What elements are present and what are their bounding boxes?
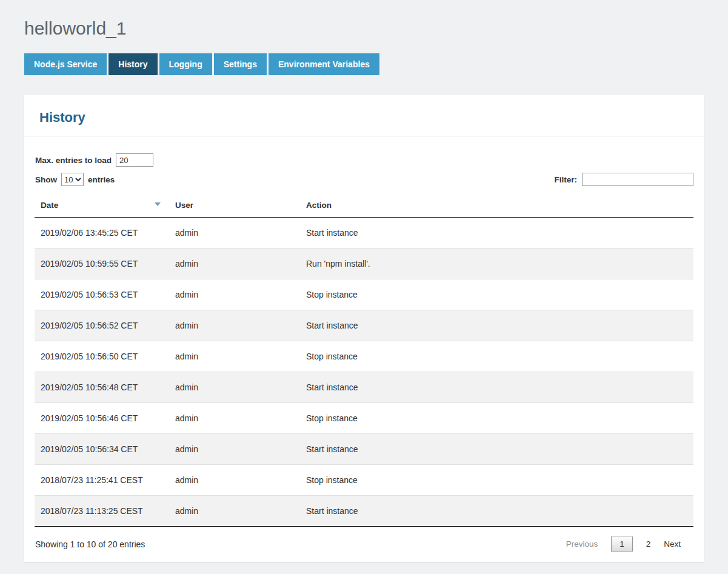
table-header: Date User Action — [35, 196, 693, 218]
table-row: 2019/02/05 10:56:50 CET admin Stop insta… — [35, 341, 693, 372]
history-panel: History Max. entries to load Show 10 ent… — [24, 95, 704, 562]
pagination-next[interactable]: Next — [664, 539, 681, 549]
pagination-page-2[interactable]: 2 — [646, 539, 651, 549]
table-row: 2019/02/06 13:45:25 CET admin Start inst… — [35, 218, 693, 249]
table-row: 2019/02/05 10:56:53 CET admin Stop insta… — [35, 279, 693, 310]
table-row: 2018/07/23 11:13:25 CEST admin Start ins… — [35, 496, 693, 527]
max-entries-label: Max. entries to load — [35, 156, 112, 165]
cell-date: 2019/02/05 10:56:46 CET — [35, 403, 169, 434]
pagination-page-1[interactable]: 1 — [611, 536, 633, 552]
tab-nodejs-service[interactable]: Node.js Service — [24, 53, 107, 75]
column-label-date: Date — [41, 201, 58, 210]
column-header-action[interactable]: Action — [300, 196, 693, 218]
table-footer: Showing 1 to 10 of 20 entries Previous 1… — [35, 526, 693, 562]
cell-user: admin — [169, 218, 300, 249]
cell-user: admin — [169, 496, 300, 527]
cell-user: admin — [169, 434, 300, 465]
tab-history[interactable]: History — [109, 53, 157, 75]
page-title: helloworld_1 — [24, 18, 704, 39]
cell-user: admin — [169, 279, 300, 310]
column-header-user[interactable]: User — [169, 196, 300, 218]
cell-action: Stop instance — [300, 279, 693, 310]
table-row: 2019/02/05 10:59:55 CET admin Run 'npm i… — [35, 249, 693, 279]
pagination: Previous 1 2 Next — [566, 536, 681, 552]
page-size-select[interactable]: 10 — [61, 173, 84, 186]
max-entries-control: Max. entries to load — [35, 153, 693, 167]
cell-date: 2019/02/05 10:56:34 CET — [35, 434, 169, 465]
cell-user: admin — [169, 341, 300, 372]
cell-date: 2018/07/23 11:13:25 CEST — [35, 496, 169, 527]
show-filter-row: Show 10 entries Filter: — [35, 173, 693, 186]
cell-action: Start instance — [300, 434, 693, 465]
cell-date: 2019/02/05 10:59:55 CET — [35, 249, 169, 279]
cell-date: 2019/02/05 10:56:53 CET — [35, 279, 169, 310]
table-row: 2019/02/05 10:56:52 CET admin Start inst… — [35, 310, 693, 341]
cell-action: Run 'npm install'. — [300, 249, 693, 279]
filter-label: Filter: — [554, 175, 577, 184]
tab-settings[interactable]: Settings — [214, 53, 267, 75]
cell-action: Start instance — [300, 496, 693, 527]
sort-desc-icon — [155, 202, 161, 206]
column-label-action: Action — [306, 201, 332, 210]
table-body: 2019/02/06 13:45:25 CET admin Start inst… — [35, 218, 693, 527]
cell-action: Stop instance — [300, 403, 693, 434]
history-table: Date User Action 2019/02/06 13:45:25 CET — [35, 196, 693, 526]
cell-action: Stop instance — [300, 465, 693, 496]
cell-date: 2019/02/05 10:56:52 CET — [35, 310, 169, 341]
cell-user: admin — [169, 310, 300, 341]
cell-action: Start instance — [300, 310, 693, 341]
cell-date: 2019/02/05 10:56:50 CET — [35, 341, 169, 372]
pagination-previous[interactable]: Previous — [566, 539, 598, 549]
entries-label: entries — [88, 175, 115, 184]
table-row: 2019/02/05 10:56:46 CET admin Stop insta… — [35, 403, 693, 434]
cell-user: admin — [169, 403, 300, 434]
max-entries-input[interactable] — [116, 153, 153, 167]
cell-date: 2018/07/23 11:25:41 CEST — [35, 465, 169, 496]
table-row: 2019/02/05 10:56:48 CET admin Start inst… — [35, 372, 693, 403]
column-label-user: User — [175, 201, 193, 210]
cell-user: admin — [169, 465, 300, 496]
entries-summary: Showing 1 to 10 of 20 entries — [35, 539, 145, 549]
tab-logging[interactable]: Logging — [159, 53, 212, 75]
page: helloworld_1 Node.js Service History Log… — [0, 0, 728, 574]
panel-body: Max. entries to load Show 10 entries Fil… — [24, 136, 704, 562]
tab-bar: Node.js Service History Logging Settings… — [24, 53, 704, 75]
table-row: 2019/02/05 10:56:34 CET admin Start inst… — [35, 434, 693, 465]
panel-title: History — [24, 95, 704, 136]
cell-user: admin — [169, 249, 300, 279]
header-row: Date User Action — [35, 196, 693, 218]
table-row: 2018/07/23 11:25:41 CEST admin Stop inst… — [35, 465, 693, 496]
column-header-date[interactable]: Date — [35, 196, 169, 218]
cell-date: 2019/02/05 10:56:48 CET — [35, 372, 169, 403]
tab-environment-variables[interactable]: Environment Variables — [269, 53, 379, 75]
filter-input[interactable] — [582, 173, 693, 186]
cell-date: 2019/02/06 13:45:25 CET — [35, 218, 169, 249]
cell-action: Start instance — [300, 372, 693, 403]
show-label: Show — [35, 175, 57, 184]
cell-user: admin — [169, 372, 300, 403]
cell-action: Stop instance — [300, 341, 693, 372]
cell-action: Start instance — [300, 218, 693, 249]
